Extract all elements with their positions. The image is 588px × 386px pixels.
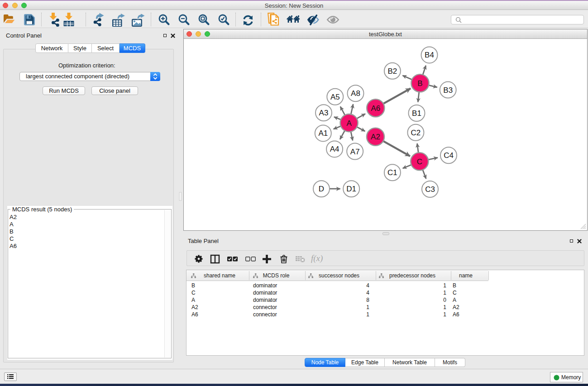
svg-text:A5: A5 — [330, 93, 340, 101]
svg-text:C3: C3 — [425, 185, 435, 194]
svg-text:A7: A7 — [350, 148, 360, 156]
svg-text:C4: C4 — [444, 151, 454, 160]
svg-text:D: D — [319, 185, 324, 193]
svg-text:C1: C1 — [387, 168, 397, 177]
svg-text:C2: C2 — [411, 129, 421, 137]
svg-text:A8: A8 — [351, 89, 360, 98]
svg-text:A6: A6 — [371, 104, 380, 113]
svg-text:A: A — [346, 119, 352, 128]
svg-text:B: B — [417, 79, 422, 88]
svg-text:A4: A4 — [330, 145, 339, 153]
svg-text:A1: A1 — [318, 129, 328, 138]
svg-text:B2: B2 — [388, 67, 397, 76]
svg-text:B3: B3 — [443, 86, 453, 95]
svg-text:B4: B4 — [425, 51, 434, 59]
svg-text:A3: A3 — [319, 109, 329, 117]
svg-text:A2: A2 — [371, 133, 380, 141]
svg-text:D1: D1 — [346, 185, 356, 193]
svg-text:B1: B1 — [412, 109, 421, 118]
svg-text:C: C — [417, 157, 422, 166]
